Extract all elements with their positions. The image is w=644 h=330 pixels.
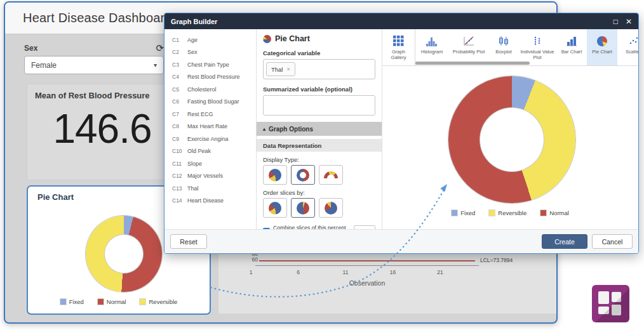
column-list-item[interactable]: C14Heart Disease [164,195,256,208]
lcl-label: LCL=73.7894 [480,257,513,263]
tab-graph-gallery[interactable]: Graph Gallery [382,29,415,65]
variable-chip-label: Thal [271,66,283,73]
chart-preview-area: FixedReversibleNormal [382,66,638,229]
column-list-item[interactable]: C7Rest ECG [164,108,256,121]
kpi-label: Mean of Rest Blood Pressure [35,91,170,100]
sex-dropdown-value: Female [31,61,57,70]
column-list-item[interactable]: C4Rest Blood Pressure [164,71,256,84]
gallery-tabs: Graph Gallery Histogram Probability Plot [382,29,638,66]
refresh-icon[interactable]: ⟳ [156,43,164,53]
summarized-variable-field[interactable] [263,95,375,116]
bar-chart-icon [566,34,577,46]
x-tick-label: 21 [434,269,446,275]
legend-item: Normal [98,298,126,305]
column-list-item[interactable]: C1Age [164,34,256,46]
graph-options-label: Graph Options [269,126,313,133]
dashboard-app-logo-icon [592,285,629,322]
data-representation-header: Data Representation [257,139,382,152]
pie-order-size-icon [297,202,309,214]
column-list-item[interactable]: C12Major Vessels [164,170,256,183]
pie-order-default-icon [269,202,281,214]
chevron-down-icon: ▾ [154,62,157,69]
column-list-item[interactable]: C11Slope [164,157,256,170]
individual-value-plot-icon [532,34,542,46]
legend-item: Reversible [489,209,527,216]
pie-chart-legend: FixedNormalReversible [28,298,210,305]
close-icon[interactable]: ✕ [626,18,632,25]
histogram-icon [426,34,438,46]
pie-chart-tab-icon [597,34,607,46]
pie-chart-icon [263,35,271,43]
display-type-pie-button[interactable] [263,165,287,185]
order-default-button[interactable] [263,198,287,218]
x-ticks: 16111621 [245,269,446,275]
cancel-button[interactable]: Cancel [592,234,633,249]
donut-icon [297,169,309,182]
gallery-area: Graph Gallery Histogram Probability Plot [382,29,638,229]
tab-probability-plot[interactable]: Probability Plot [448,29,489,65]
kpi-card: Mean of Rest Blood Pressure 146.6 [27,84,178,180]
collapse-icon: ▴ [263,126,265,132]
order-size-button[interactable] [291,198,315,218]
column-list-item[interactable]: C6Fasting Blood Sugar [164,96,256,109]
boxplot-icon [498,34,509,46]
column-list-item[interactable]: C8Max Heart Rate [164,121,256,133]
donut-chart-small [86,216,162,292]
column-list-item[interactable]: C10Old Peak [164,145,256,158]
summarized-variable-label: Summarized variable (optional) [263,86,375,93]
x-axis-line [255,265,479,266]
reset-button[interactable]: Reset [170,234,207,249]
lcl-line [259,260,475,261]
column-list-item[interactable]: C5Cholesterol [164,83,256,96]
column-list-item[interactable]: C13Thal [164,182,256,195]
data-representation-label: Data Representation [263,142,321,149]
create-button[interactable]: Create [542,234,587,249]
chip-remove-icon[interactable]: × [286,66,290,72]
probability-plot-icon [463,34,475,46]
x-tick-label: 6 [293,269,304,275]
donut-chart-preview [448,76,575,203]
tab-boxplot[interactable]: Boxplot [489,29,518,65]
categorical-variable-label: Categorical variable [263,50,375,56]
tab-histogram[interactable]: Histogram [415,29,448,65]
dialog-title: Graph Builder [171,18,217,25]
options-panel-title: Pie Chart [275,34,310,43]
scatter-icon [628,34,639,46]
order-slices-label: Order slices by: [263,189,375,196]
graph-options-header[interactable]: ▴ Graph Options [257,122,382,136]
legend-item: Fixed [452,209,475,216]
graph-builder-dialog: Graph Builder □ ✕ C1AgeC2SexC3Chest Pain… [164,13,639,254]
preview-legend: FixedReversibleNormal [382,209,638,216]
tab-pie-chart[interactable]: Pie Chart [587,29,617,65]
pie-chart-panel-title: Pie Chart [37,192,74,202]
x-tick-label: 1 [245,269,257,275]
display-type-donut-button[interactable] [291,165,315,185]
display-type-gauge-button[interactable] [319,165,343,185]
gauge-icon [324,171,338,179]
column-list-item[interactable]: C2Sex [164,46,256,59]
pie-solid-icon [269,169,281,182]
categorical-variable-field[interactable]: Thal × [263,59,375,79]
display-type-label: Display Type: [263,156,375,163]
column-list-item[interactable]: C9Exercise Angina [164,133,256,145]
maximize-icon[interactable]: □ [614,18,618,25]
tab-bar-chart[interactable]: Bar Chart [556,29,587,65]
legend-item: Reversible [140,298,177,305]
screen: Heart Disease Dashboard Sex ⟳ Female ▾ M… [0,0,644,330]
tab-individual-value-plot[interactable]: Individual Value Plot [518,29,556,65]
x-tick-label: 11 [340,269,351,275]
grid-icon [393,34,404,46]
pie-order-reverse-icon [325,202,337,214]
column-list-item[interactable]: C3Chest Pain Type [164,58,256,71]
dialog-titlebar[interactable]: Graph Builder □ ✕ [164,13,638,29]
order-reverse-button[interactable] [319,198,343,218]
tabs-scrollbar[interactable] [415,62,530,65]
x-axis-label: Observation [255,279,479,287]
variable-chip[interactable]: Thal × [266,62,295,76]
sex-filter-label: Sex [24,44,37,53]
options-panel: Pie Chart Categorical variable Thal × Su… [257,29,382,229]
tab-scatter[interactable]: Scatter [617,29,638,65]
combine-label: Combine slices of this percent or less: [273,225,351,229]
sex-dropdown[interactable]: Female ▾ [24,56,164,74]
legend-item: Normal [540,209,569,216]
